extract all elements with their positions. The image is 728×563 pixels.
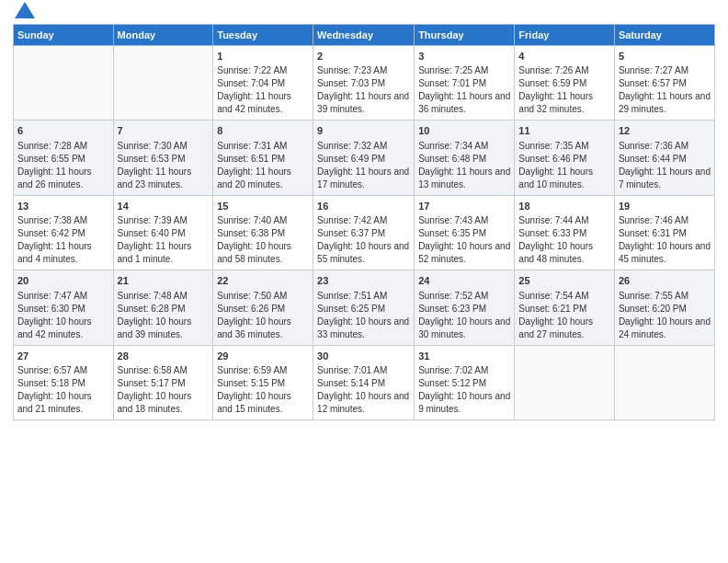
day-info: Sunrise: 7:52 AM (418, 290, 510, 303)
day-info: Sunrise: 7:26 AM (518, 64, 610, 77)
calendar-cell: 18Sunrise: 7:44 AMSunset: 6:33 PMDayligh… (515, 195, 615, 270)
day-info: Sunset: 6:23 PM (418, 303, 510, 316)
day-number: 5 (619, 50, 711, 63)
calendar-cell: 16Sunrise: 7:42 AMSunset: 6:37 PMDayligh… (313, 195, 415, 270)
day-info: Daylight: 10 hours and 39 minutes. (118, 316, 210, 341)
header-cell-friday: Friday (515, 25, 615, 46)
day-info: Daylight: 10 hours and 52 minutes. (418, 240, 510, 266)
header-cell-tuesday: Tuesday (213, 25, 313, 46)
day-info: Sunset: 5:15 PM (217, 377, 309, 390)
day-number: 24 (418, 274, 510, 288)
day-info: Sunset: 6:38 PM (217, 227, 309, 240)
week-row-2: 6Sunrise: 7:28 AMSunset: 6:55 PMDaylight… (14, 121, 715, 195)
calendar-cell: 21Sunrise: 7:48 AMSunset: 6:28 PMDayligh… (113, 270, 213, 345)
day-info: Sunset: 6:48 PM (418, 153, 510, 166)
day-number: 23 (317, 274, 410, 288)
calendar-cell: 10Sunrise: 7:34 AMSunset: 6:48 PMDayligh… (415, 121, 515, 195)
day-info: Daylight: 11 hours and 42 minutes. (217, 90, 309, 116)
header-cell-wednesday: Wednesday (313, 25, 415, 46)
day-info: Sunrise: 7:35 AM (518, 140, 610, 153)
day-info: Daylight: 10 hours and 27 minutes. (518, 316, 610, 341)
week-row-1: 1Sunrise: 7:22 AMSunset: 7:04 PMDaylight… (14, 46, 715, 121)
day-info: Daylight: 10 hours and 48 minutes. (518, 240, 610, 266)
day-info: Sunrise: 7:43 AM (418, 214, 510, 227)
day-info: Sunrise: 6:58 AM (118, 364, 210, 377)
day-number: 15 (217, 200, 309, 213)
calendar-cell: 23Sunrise: 7:51 AMSunset: 6:25 PMDayligh… (313, 270, 415, 345)
day-info: Daylight: 11 hours and 1 minute. (118, 240, 210, 266)
day-number: 17 (418, 200, 510, 213)
calendar-cell: 9Sunrise: 7:32 AMSunset: 6:49 PMDaylight… (313, 121, 415, 195)
calendar-cell (113, 46, 213, 121)
day-number: 4 (518, 50, 610, 63)
day-info: Sunset: 6:51 PM (217, 153, 309, 166)
calendar-cell: 20Sunrise: 7:47 AMSunset: 6:30 PMDayligh… (14, 270, 114, 345)
calendar-cell: 27Sunrise: 6:57 AMSunset: 5:18 PMDayligh… (14, 345, 114, 419)
day-info: Sunrise: 7:30 AM (118, 140, 210, 153)
calendar-cell: 13Sunrise: 7:38 AMSunset: 6:42 PMDayligh… (14, 195, 114, 270)
calendar-cell: 24Sunrise: 7:52 AMSunset: 6:23 PMDayligh… (415, 270, 515, 345)
day-info: Sunset: 6:28 PM (118, 303, 210, 316)
day-info: Daylight: 10 hours and 58 minutes. (217, 240, 309, 266)
day-info: Sunrise: 7:02 AM (418, 364, 510, 377)
day-info: Sunset: 5:14 PM (317, 377, 410, 390)
day-info: Sunrise: 7:32 AM (317, 140, 410, 153)
day-number: 1 (217, 50, 309, 63)
day-info: Sunrise: 7:27 AM (619, 64, 711, 77)
day-info: Sunrise: 7:40 AM (217, 214, 309, 227)
calendar-cell: 25Sunrise: 7:54 AMSunset: 6:21 PMDayligh… (515, 270, 615, 345)
svg-marker-0 (15, 2, 35, 18)
week-row-5: 27Sunrise: 6:57 AMSunset: 5:18 PMDayligh… (14, 345, 715, 419)
day-number: 8 (217, 124, 309, 138)
week-row-3: 13Sunrise: 7:38 AMSunset: 6:42 PMDayligh… (14, 195, 715, 270)
calendar-cell: 2Sunrise: 7:23 AMSunset: 7:03 PMDaylight… (313, 46, 415, 121)
day-info: Sunset: 6:40 PM (118, 227, 210, 240)
calendar-cell: 1Sunrise: 7:22 AMSunset: 7:04 PMDaylight… (213, 46, 313, 121)
day-info: Sunset: 6:57 PM (619, 77, 711, 90)
header-row: SundayMondayTuesdayWednesdayThursdayFrid… (14, 25, 715, 46)
day-number: 14 (118, 200, 210, 213)
day-number: 22 (217, 274, 309, 288)
day-info: Daylight: 10 hours and 30 minutes. (418, 316, 510, 341)
day-info: Sunset: 6:30 PM (17, 303, 109, 316)
day-info: Sunrise: 7:55 AM (619, 290, 711, 303)
day-info: Sunset: 6:35 PM (418, 227, 510, 240)
calendar-cell (14, 46, 114, 121)
day-info: Sunset: 6:26 PM (217, 303, 309, 316)
day-number: 27 (17, 350, 109, 363)
calendar-cell (614, 345, 714, 419)
day-info: Sunset: 7:04 PM (217, 77, 309, 90)
calendar-cell: 14Sunrise: 7:39 AMSunset: 6:40 PMDayligh… (113, 195, 213, 270)
calendar-cell: 12Sunrise: 7:36 AMSunset: 6:44 PMDayligh… (614, 121, 714, 195)
day-info: Daylight: 10 hours and 42 minutes. (17, 316, 109, 341)
calendar-cell: 15Sunrise: 7:40 AMSunset: 6:38 PMDayligh… (213, 195, 313, 270)
day-number: 12 (619, 124, 711, 138)
day-info: Sunrise: 7:51 AM (317, 290, 410, 303)
day-info: Sunset: 6:42 PM (17, 227, 109, 240)
day-info: Daylight: 11 hours and 29 minutes. (619, 90, 711, 116)
day-info: Daylight: 11 hours and 20 minutes. (217, 166, 309, 191)
day-info: Sunrise: 7:25 AM (418, 64, 510, 77)
day-info: Sunrise: 7:46 AM (619, 214, 711, 227)
day-number: 9 (317, 124, 410, 138)
day-info: Sunrise: 7:38 AM (17, 214, 109, 227)
day-info: Daylight: 10 hours and 24 minutes. (619, 316, 711, 341)
page-header (13, 9, 715, 18)
day-info: Sunset: 6:20 PM (619, 303, 711, 316)
day-number: 7 (118, 124, 210, 138)
day-info: Daylight: 11 hours and 39 minutes. (317, 90, 410, 116)
day-info: Sunrise: 6:59 AM (217, 364, 309, 377)
day-number: 21 (118, 274, 210, 288)
day-info: Sunset: 5:17 PM (118, 377, 210, 390)
day-info: Daylight: 11 hours and 10 minutes. (518, 166, 610, 191)
day-number: 26 (619, 274, 711, 288)
day-number: 28 (118, 350, 210, 363)
calendar-cell: 29Sunrise: 6:59 AMSunset: 5:15 PMDayligh… (213, 345, 313, 419)
day-info: Daylight: 10 hours and 18 minutes. (118, 390, 210, 416)
day-info: Daylight: 11 hours and 26 minutes. (17, 166, 109, 191)
day-number: 29 (217, 350, 309, 363)
day-info: Sunrise: 7:54 AM (518, 290, 610, 303)
day-info: Daylight: 10 hours and 15 minutes. (217, 390, 309, 416)
day-info: Sunrise: 7:31 AM (217, 140, 309, 153)
calendar-cell: 28Sunrise: 6:58 AMSunset: 5:17 PMDayligh… (113, 345, 213, 419)
